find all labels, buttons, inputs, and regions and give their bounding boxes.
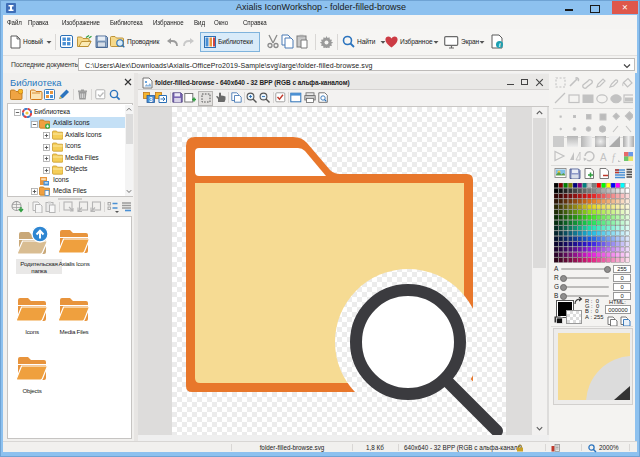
svg-text:3: 3 — [149, 96, 153, 103]
svg-text:f: f — [612, 152, 616, 163]
svg-text:i: i — [499, 41, 501, 48]
svg-text:A: A — [600, 152, 607, 163]
